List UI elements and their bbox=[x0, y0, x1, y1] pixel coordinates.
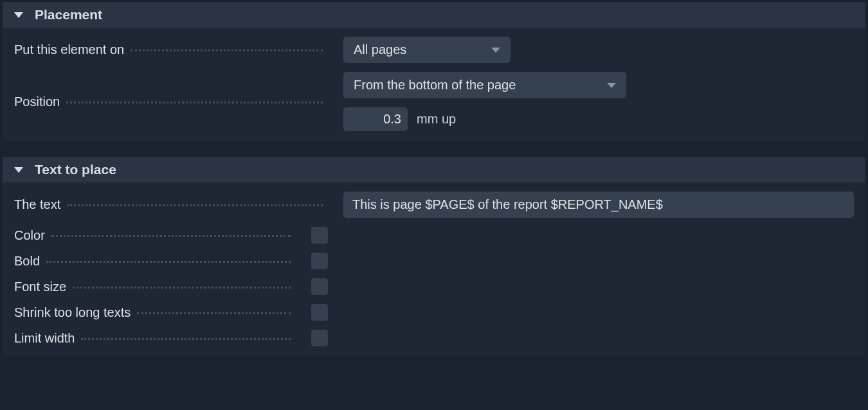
collapse-triangle-icon bbox=[14, 167, 23, 173]
bold-row: Bold bbox=[14, 253, 854, 269]
dots-leader bbox=[66, 102, 323, 103]
font-size-label: Font size bbox=[14, 280, 66, 294]
placement-section: Placement Put this element on All pages … bbox=[3, 2, 865, 141]
shrink-row: Shrink too long texts bbox=[14, 304, 854, 321]
limit-width-ctrl bbox=[291, 330, 854, 346]
bold-ctrl bbox=[291, 253, 854, 269]
put-on-ctrl: All pages bbox=[323, 37, 854, 63]
chevron-down-icon bbox=[607, 83, 616, 88]
dots-leader bbox=[67, 204, 323, 206]
dots-leader bbox=[73, 287, 291, 289]
dots-leader bbox=[137, 312, 291, 314]
position-offset-unit: mm up bbox=[417, 112, 456, 127]
font-size-label-col: Font size bbox=[14, 280, 291, 294]
color-label: Color bbox=[14, 228, 45, 243]
dots-leader bbox=[81, 338, 291, 340]
placement-section-title: Placement bbox=[35, 7, 102, 22]
position-offset-row: mm up bbox=[343, 107, 456, 131]
position-select-value: From the bottom of the page bbox=[354, 78, 516, 92]
the-text-ctrl bbox=[323, 192, 854, 218]
the-text-row: The text bbox=[14, 192, 854, 218]
position-row: Position From the bottom of the page mm … bbox=[14, 72, 854, 131]
limit-width-checkbox[interactable] bbox=[311, 330, 328, 346]
text-section-header[interactable]: Text to place bbox=[3, 157, 865, 183]
color-checkbox[interactable] bbox=[311, 227, 328, 244]
color-row: Color bbox=[14, 227, 854, 244]
dots-leader bbox=[46, 261, 291, 263]
shrink-label: Shrink too long texts bbox=[14, 305, 131, 320]
shrink-ctrl bbox=[291, 304, 854, 321]
font-size-row: Font size bbox=[14, 278, 854, 295]
text-section-title: Text to place bbox=[35, 162, 116, 177]
text-body: The text Color Bold bbox=[3, 183, 865, 357]
color-label-col: Color bbox=[14, 228, 291, 243]
the-text-input[interactable] bbox=[343, 192, 854, 218]
dots-leader bbox=[131, 49, 323, 51]
the-text-label: The text bbox=[14, 197, 60, 212]
put-on-select[interactable]: All pages bbox=[343, 37, 511, 63]
text-to-place-section: Text to place The text Color Bold bbox=[3, 157, 865, 357]
dots-leader bbox=[51, 235, 291, 237]
bold-label-col: Bold bbox=[14, 254, 291, 269]
limit-width-label: Limit width bbox=[14, 331, 75, 346]
put-on-row: Put this element on All pages bbox=[14, 37, 854, 63]
limit-width-row: Limit width bbox=[14, 330, 854, 346]
collapse-triangle-icon bbox=[14, 12, 23, 18]
put-on-label-col: Put this element on bbox=[14, 42, 323, 57]
placement-body: Put this element on All pages Position F… bbox=[3, 28, 865, 141]
put-on-select-value: All pages bbox=[354, 42, 406, 57]
position-label-col: Position bbox=[14, 94, 323, 109]
the-text-label-col: The text bbox=[14, 197, 323, 212]
font-size-checkbox[interactable] bbox=[311, 278, 328, 295]
position-select[interactable]: From the bottom of the page bbox=[343, 72, 626, 98]
color-ctrl bbox=[291, 227, 854, 244]
bold-label: Bold bbox=[14, 254, 40, 269]
bold-checkbox[interactable] bbox=[311, 253, 328, 269]
placement-section-header[interactable]: Placement bbox=[3, 2, 865, 28]
position-offset-input[interactable] bbox=[343, 107, 408, 131]
shrink-label-col: Shrink too long texts bbox=[14, 305, 291, 320]
font-size-ctrl bbox=[291, 278, 854, 295]
shrink-checkbox[interactable] bbox=[311, 304, 328, 321]
put-on-label: Put this element on bbox=[14, 42, 124, 57]
chevron-down-icon bbox=[491, 48, 500, 53]
position-label: Position bbox=[14, 94, 60, 109]
limit-width-label-col: Limit width bbox=[14, 331, 291, 346]
position-ctrl: From the bottom of the page mm up bbox=[323, 72, 854, 131]
